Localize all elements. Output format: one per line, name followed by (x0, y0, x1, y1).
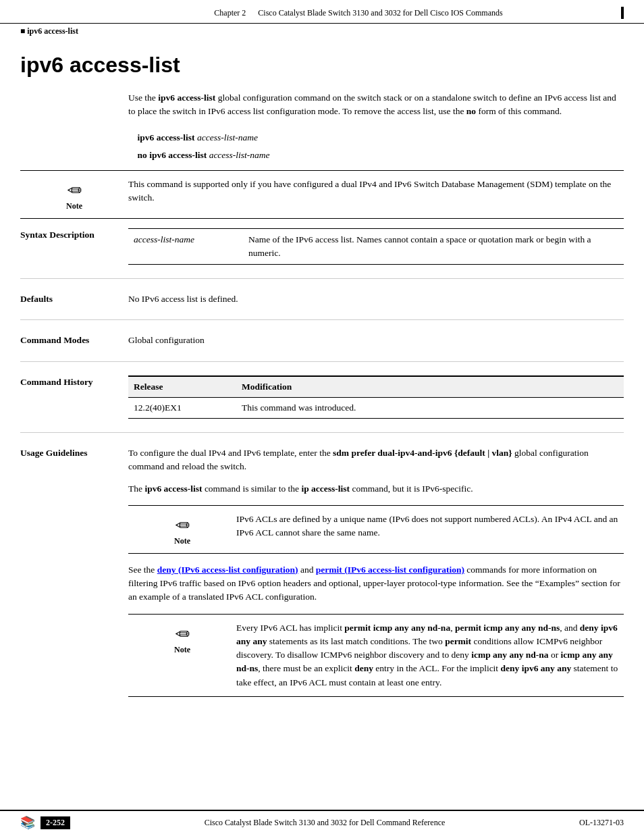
command-modes-text: Global configuration (128, 334, 624, 347)
note-1-icon-area: ✏ Note (20, 178, 128, 211)
history-modification-1: This command was introduced. (236, 397, 624, 418)
note-3-text: Every IPv6 ACL has implicit permit icmp … (236, 621, 624, 689)
note-2-icon-area: ✏ Note (128, 513, 236, 546)
page-subheader: ■ ipv6 access-list (0, 24, 644, 39)
command-history-table: Release Modification 12.2(40)EX1 This co… (128, 375, 624, 419)
usage-para2-cmd2: ip access-list (301, 484, 350, 494)
note3-mid3: statements as its last match conditions.… (267, 636, 445, 646)
command-line-1: ipv6 access-list access-list-name (128, 132, 624, 143)
note3-text1: Every IPv6 ACL has implicit (236, 623, 344, 633)
note-2-text: IPv6 ACLs are defined by a unique name (… (236, 513, 624, 540)
page-footer: 📚 2-252 Cisco Catalyst Blade Switch 3130… (0, 810, 644, 834)
note-1-label: Note (66, 201, 82, 211)
syntax-table: access-list-name Name of the IPv6 access… (128, 228, 624, 265)
usage-para2-before: The (128, 484, 144, 494)
page-header: Chapter 2 Cisco Catalyst Blade Switch 31… (0, 0, 644, 24)
syntax-table-row: access-list-name Name of the IPv6 access… (128, 228, 624, 265)
note3-mid5: or (549, 650, 561, 660)
note-pencil-icon: ✏ (67, 180, 82, 201)
syntax-description: Name of the IPv6 access list. Names cann… (243, 228, 624, 265)
history-col1-header: Release (128, 376, 236, 398)
note3-bold8: deny ipv6 any any (501, 663, 572, 673)
command-modes-section: Command Modes Global configuration (20, 334, 624, 361)
history-col2-header: Modification (236, 376, 624, 398)
usage-para2-after: command, but it is IPv6-specific. (350, 484, 473, 494)
command-history-label: Command History (20, 375, 128, 419)
usage-guidelines-content: To configure the dual IPv4 and IPv6 temp… (128, 446, 624, 706)
syntax-description-content: access-list-name Name of the IPv6 access… (128, 228, 624, 265)
usage-para1-before: To configure the dual IPv4 and IPv6 temp… (128, 448, 333, 458)
usage-para3-link1[interactable]: deny (IPv6 access-list configuration) (157, 565, 298, 575)
usage-para3-mid: and (298, 565, 316, 575)
footer-book-icon: 📚 (20, 815, 35, 830)
note3-bold4: permit (445, 636, 471, 646)
note-3-pencil-icon: ✏ (175, 624, 190, 645)
cmd2-bold: no ipv6 access-list (138, 150, 207, 160)
note-1-text: This command is supported only if you ha… (128, 178, 624, 205)
usage-guidelines-section: Usage Guidelines To configure the dual I… (20, 446, 624, 706)
usage-para-2: The ipv6 access-list command is similar … (128, 482, 624, 496)
usage-guidelines-label: Usage Guidelines (20, 446, 128, 706)
usage-para-3: See the deny (IPv6 access-list configura… (128, 563, 624, 604)
note3-mid7: entry in the ACL. For the implicit (373, 663, 501, 673)
defaults-text: No IPv6 access list is defined. (128, 292, 624, 306)
subheader-text: ipv6 access-list (27, 26, 78, 36)
note-2: ✏ Note IPv6 ACLs are defined by a unique… (128, 505, 624, 554)
main-content: ipv6 access-list Use the ipv6 access-lis… (0, 39, 644, 706)
cmd2-italic: access-list-name (209, 150, 270, 160)
syntax-description-label: Syntax Description (20, 228, 128, 265)
header-doc-title: Cisco Catalyst Blade Switch 3130 and 303… (258, 8, 502, 18)
note3-bold7: deny (354, 663, 373, 673)
note-3-label: Note (174, 645, 190, 655)
note3-bold5: icmp any any nd-na (471, 650, 548, 660)
intro-paragraph: Use the ipv6 access-list global configur… (128, 91, 624, 119)
note3-mid1: , (450, 623, 455, 633)
command-modes-label: Command Modes (20, 334, 128, 347)
header-title: Chapter 2 Cisco Catalyst Blade Switch 31… (214, 8, 502, 18)
usage-para1-cmd: sdm prefer dual-ipv4-and-ipv6 (333, 448, 452, 458)
note3-mid2: , and (560, 623, 580, 633)
note3-bold2: permit icmp any any nd-ns (455, 623, 560, 633)
history-release-1: 12.2(40)EX1 (128, 397, 236, 418)
footer-doc-num: OL-13271-03 (579, 818, 624, 828)
syntax-description-section: Syntax Description access-list-name Name… (20, 228, 624, 280)
command-history-section: Command History Release Modification 12.… (20, 375, 624, 434)
command-history-content: Release Modification 12.2(40)EX1 This co… (128, 375, 624, 419)
header-bar (621, 7, 624, 19)
note-3-icon-area: ✏ Note (128, 621, 236, 655)
footer-page-number: 2-252 (41, 816, 70, 829)
syntax-param: access-list-name (128, 228, 243, 265)
note3-mid6: , there must be an explicit (258, 663, 354, 673)
usage-para3-before: See the (128, 565, 157, 575)
note-3: ✏ Note Every IPv6 ACL has implicit permi… (128, 614, 624, 697)
usage-para3-link2[interactable]: permit (IPv6 access-list configuration) (316, 565, 464, 575)
intro-cmd1: ipv6 access-list (158, 93, 215, 103)
intro-text1: Use the (128, 93, 158, 103)
usage-para2-cmd1: ipv6 access-list (144, 484, 202, 494)
footer-center-text: Cisco Catalyst Blade Switch 3130 and 303… (205, 818, 446, 828)
intro-cmd2: no (466, 106, 476, 116)
command-line-2: no ipv6 access-list access-list-name (128, 150, 624, 161)
cmd1-bold: ipv6 access-list (138, 132, 195, 142)
note-1: ✏ Note This command is supported only if… (20, 170, 624, 219)
note-2-label: Note (174, 536, 190, 546)
history-table-header: Release Modification (128, 376, 624, 398)
cmd1-italic: access-list-name (197, 132, 258, 142)
usage-para-1: To configure the dual IPv4 and IPv6 temp… (128, 446, 624, 474)
note-2-pencil-icon: ✏ (175, 515, 190, 536)
usage-para1-braces: {default | vlan} (452, 448, 512, 458)
defaults-section: Defaults No IPv6 access list is defined. (20, 292, 624, 320)
intro-text3: form of this command. (476, 106, 562, 116)
usage-para2-mid: command is similar to the (203, 484, 302, 494)
page-title: ipv6 access-list (20, 53, 624, 78)
header-chapter: Chapter 2 (214, 8, 246, 18)
footer-left: 📚 2-252 (20, 815, 70, 830)
note3-bold1: permit icmp any any nd-na (344, 623, 450, 633)
history-row-1: 12.2(40)EX1 This command was introduced. (128, 397, 624, 418)
defaults-label: Defaults (20, 292, 128, 306)
